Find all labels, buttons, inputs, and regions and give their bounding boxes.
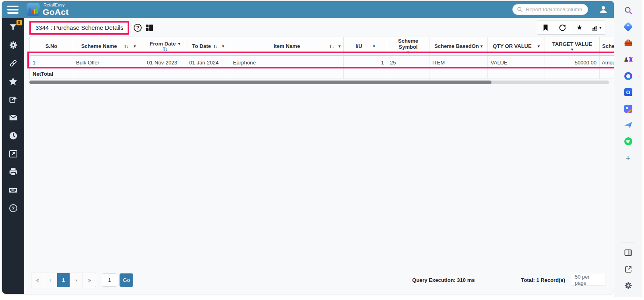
filter-caret-icon[interactable] — [134, 44, 136, 48]
filter-caret-icon[interactable] — [373, 44, 375, 48]
report-table: S.No Scheme NameT From Date T To DateT — [29, 37, 614, 79]
cell-from-date: 01-Nov-2023 — [144, 56, 186, 69]
table-header-row: S.No Scheme NameT From Date T To DateT — [29, 37, 614, 56]
open-external-icon[interactable] — [623, 265, 634, 274]
col-header-from-date[interactable]: From Date T — [144, 37, 186, 55]
col-header-to-date[interactable]: To DateT — [186, 37, 230, 55]
report-footer: « ‹ 1 › » Go Query Execution: 310 ms Tot… — [31, 273, 605, 287]
main-content: 3344 : Purchase Scheme Details ★ — [24, 18, 614, 294]
col-header-scheme-symbol[interactable]: Scheme Symbol — [387, 37, 429, 55]
browser-sidebar: ♟♜ O + — [614, 0, 642, 297]
col-header-iu[interactable]: I/U — [344, 37, 387, 55]
col-header-qty-or-value[interactable]: QTY OR VALUE — [488, 37, 545, 55]
report-window-icon[interactable] — [8, 149, 18, 159]
col-header-scheme-name[interactable]: Scheme NameT — [73, 37, 144, 55]
keyboard-icon[interactable] — [8, 185, 18, 195]
filter-caret-icon[interactable] — [339, 44, 341, 48]
report-toolbar: ★ ▾ — [537, 21, 605, 35]
chart-type-button[interactable]: ▾ — [588, 21, 605, 34]
outlook-icon[interactable]: O — [623, 87, 634, 97]
last-page-button[interactable]: » — [83, 273, 96, 287]
col-header-scheme[interactable]: Scheme — [600, 37, 614, 55]
link-icon[interactable] — [8, 58, 18, 68]
image-designer-icon[interactable] — [623, 104, 634, 114]
table-row[interactable]: 1 Bulk Offer 01-Nov-2023 01-Jan-2024 Ear… — [29, 56, 614, 69]
browser-page: RetailEasy GoAct 0 — [0, 0, 644, 300]
page-title: 3344 : Purchase Scheme Details — [29, 21, 129, 35]
split-screen-icon[interactable] — [623, 248, 634, 258]
filter-caret-icon[interactable] — [178, 41, 180, 46]
report-search-box[interactable] — [512, 4, 588, 15]
cell-item-name: Earphone — [230, 56, 344, 69]
left-sidebar: 0 — [2, 18, 24, 294]
chevron-down-icon: ▾ — [599, 25, 601, 30]
add-plus-icon[interactable]: + — [623, 153, 634, 163]
hamburger-menu-icon[interactable] — [7, 6, 19, 14]
go-button[interactable]: Go — [120, 273, 133, 287]
cell-scheme-symbol: 25 — [387, 56, 429, 69]
shopping-tag-icon[interactable] — [623, 22, 634, 32]
page-size-select[interactable]: 50 per page — [571, 274, 605, 286]
filter-caret-icon[interactable] — [407, 50, 409, 54]
search-icon[interactable] — [623, 6, 634, 15]
favorite-star-button[interactable]: ★ — [571, 21, 588, 34]
report-help-icon[interactable] — [134, 24, 142, 32]
cell-target-value: 50000.00 — [545, 56, 600, 69]
query-execution-time: Query Execution: 310 ms — [412, 277, 475, 283]
brand-large: GoAct — [43, 7, 69, 17]
col-header-target-value[interactable]: TARGET VALUE — [545, 37, 600, 55]
send-plane-icon[interactable] — [623, 120, 634, 130]
filter-caret-icon[interactable] — [222, 44, 224, 48]
sidebar-divider — [621, 242, 635, 242]
brand-small: RetailEasy — [43, 3, 69, 7]
favorites-star-icon[interactable] — [8, 77, 18, 86]
history-clock-icon[interactable] — [8, 131, 18, 141]
user-profile-icon[interactable] — [599, 5, 608, 14]
net-total-label: NetTotal — [30, 69, 73, 79]
cell-scheme: Amount — [600, 56, 614, 69]
col-header-sno[interactable]: S.No — [30, 37, 73, 55]
search-input[interactable] — [526, 6, 582, 12]
spotify-icon[interactable] — [623, 137, 634, 146]
bar-chart-logo-icon — [27, 3, 40, 16]
col-header-scheme-basedon[interactable]: Scheme BasedOn — [429, 37, 488, 55]
sort-icon[interactable]: T — [329, 44, 334, 49]
cell-sno: 1 — [30, 56, 73, 69]
sort-icon[interactable]: T — [163, 47, 167, 52]
sort-icon[interactable]: T — [213, 44, 218, 49]
first-page-button[interactable]: « — [31, 273, 44, 287]
scrollbar-thumb[interactable] — [29, 81, 491, 84]
next-page-button[interactable]: › — [70, 273, 83, 287]
refresh-button[interactable] — [554, 21, 571, 34]
col-header-item-name[interactable]: Item Name T — [230, 37, 344, 55]
share-export-icon[interactable] — [8, 95, 18, 104]
print-icon[interactable] — [8, 167, 18, 177]
prev-page-button[interactable]: ‹ — [44, 273, 57, 287]
cell-to-date: 01-Jan-2024 — [186, 56, 230, 69]
horizontal-scrollbar[interactable] — [29, 81, 609, 84]
settings-gear-icon[interactable] — [8, 40, 18, 50]
layout-grid-icon[interactable] — [146, 25, 153, 31]
cell-scheme-basedon: ITEM — [429, 56, 488, 69]
search-icon — [517, 6, 523, 12]
cell-iu: 1 — [344, 56, 387, 69]
filter-count-badge: 0 — [17, 20, 22, 25]
settings-gear-icon[interactable] — [623, 281, 634, 290]
page-number-input[interactable] — [102, 273, 117, 287]
cell-qty-or-value: VALUE — [488, 56, 545, 69]
filter-caret-icon[interactable] — [538, 44, 540, 48]
app-window: RetailEasy GoAct 0 — [2, 1, 614, 294]
current-page-button[interactable]: 1 — [57, 273, 70, 287]
filter-icon[interactable]: 0 — [8, 22, 18, 32]
mail-icon[interactable] — [8, 113, 18, 122]
microsoft-loop-icon[interactable] — [623, 71, 634, 81]
filter-caret-icon[interactable] — [481, 44, 483, 48]
help-icon[interactable] — [8, 203, 18, 213]
cell-scheme-name: Bulk Offer — [73, 56, 144, 69]
games-chess-icon[interactable]: ♟♜ — [623, 55, 634, 64]
sort-icon[interactable]: T — [124, 44, 129, 49]
toolbox-icon[interactable] — [623, 38, 634, 48]
bookmark-button[interactable] — [537, 21, 554, 34]
brand-text: RetailEasy GoAct — [43, 3, 69, 16]
filter-caret-icon[interactable] — [571, 47, 573, 52]
